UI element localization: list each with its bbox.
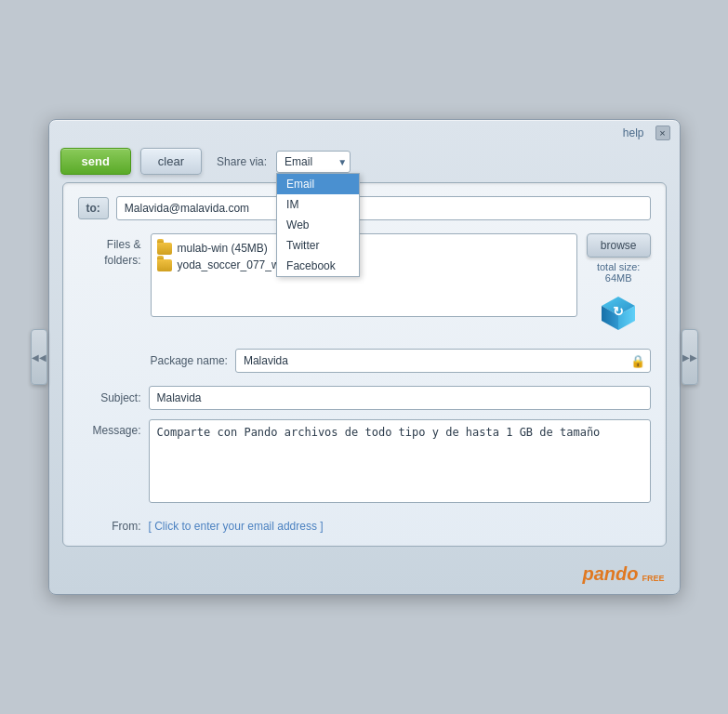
lock-icon: 🔒 (630, 354, 645, 368)
dropdown-item-web[interactable]: Web (277, 215, 359, 235)
dropdown-item-twitter[interactable]: Twitter (277, 235, 359, 256)
to-label: to: (78, 197, 109, 219)
to-input[interactable] (116, 196, 651, 220)
pando-cube-icon: ↻ (596, 291, 641, 336)
folder-icon-1 (157, 243, 172, 255)
from-label: From: (78, 520, 141, 533)
share-via-select[interactable]: Email ▼ (276, 151, 351, 173)
folder-icon-2 (157, 259, 172, 271)
files-right: browse total size: 64MB (587, 233, 651, 336)
from-email-link[interactable]: [ Click to enter your email address ] (149, 520, 324, 533)
pando-free-text: FREE (642, 574, 664, 583)
clear-button[interactable]: clear (140, 148, 202, 175)
message-label: Message: (78, 419, 141, 437)
subject-input[interactable] (149, 386, 651, 410)
file-name-1: mulab-win (45MB) (178, 242, 268, 255)
right-handle[interactable]: ▶▶ (682, 329, 698, 385)
dropdown-item-facebook[interactable]: Facebook (277, 256, 359, 276)
files-row: Files &folders: mulab-win (45MB) yoda_so… (78, 233, 651, 336)
main-content: to: // Set value after DOM ready documen… (62, 182, 667, 547)
close-button[interactable]: × (655, 126, 670, 140)
subject-row: Subject: (78, 386, 651, 410)
dropdown-item-im[interactable]: IM (277, 194, 359, 215)
browse-button[interactable]: browse (587, 233, 651, 258)
help-link[interactable]: help (623, 126, 644, 139)
package-input-wrapper: 🔒 (235, 349, 651, 373)
message-input[interactable] (149, 419, 651, 503)
subject-label: Subject: (78, 391, 141, 404)
file-item-1: mulab-win (45MB) (157, 240, 571, 257)
files-label: Files &folders: (78, 233, 141, 269)
pando-logo-text: pando (582, 563, 638, 585)
main-window: ◀◀ ▶▶ help × send clear Share via: Email… (48, 119, 681, 595)
total-size: total size: 64MB (597, 261, 640, 284)
pando-brand: pando FREE (49, 558, 680, 594)
share-via-select-wrapper: Email ▼ Email IM Web Twitter Facebook (276, 151, 351, 173)
to-row: to: // Set value after DOM ready documen… (78, 196, 651, 220)
package-label: Package name: (151, 354, 228, 367)
from-row: From: [ Click to enter your email addres… (78, 516, 651, 533)
files-list: mulab-win (45MB) yoda_soccer_077_win (19… (151, 233, 577, 317)
topbar: help × (49, 120, 680, 144)
send-button[interactable]: send (60, 148, 131, 175)
package-row: Package name: 🔒 (78, 349, 651, 373)
dropdown-item-email[interactable]: Email (277, 174, 359, 194)
left-handle[interactable]: ◀◀ (31, 329, 47, 385)
svg-text:↻: ↻ (613, 304, 624, 319)
actionbar: send clear Share via: Email ▼ Email IM W… (49, 144, 680, 182)
share-via-label: Share via: (217, 155, 267, 168)
package-input[interactable] (235, 349, 651, 373)
message-row: Message: (78, 419, 651, 503)
file-item-2: yoda_soccer_077_win (19MB) (157, 257, 571, 273)
share-dropdown: Email IM Web Twitter Facebook (276, 173, 360, 277)
